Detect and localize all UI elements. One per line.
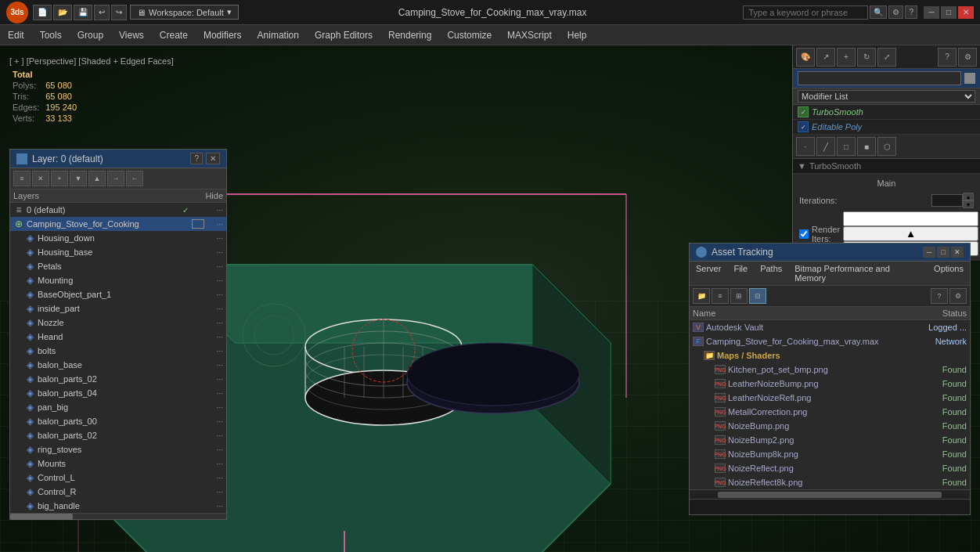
layer-item[interactable]: ◈ Housing_base ···	[10, 245, 226, 259]
layers-horizontal-scrollbar[interactable]	[10, 513, 226, 519]
asset-list-item[interactable]: V Autodesk Vault Logged ...	[690, 320, 970, 334]
layers-toolbar-add[interactable]: +	[51, 171, 68, 186]
asset-list-item[interactable]: PNG NoizeBump.png Found	[690, 419, 970, 433]
iterations-input[interactable]: 1	[931, 194, 963, 207]
layer-item[interactable]: ◈ bolts ···	[10, 344, 226, 358]
asset-folder-view-btn[interactable]: 📁	[693, 288, 710, 304]
asset-maximize-btn[interactable]: □	[937, 247, 949, 258]
layer-item[interactable]: ◈ ring_stoves ···	[10, 442, 226, 456]
new-btn[interactable]: 📄	[33, 5, 52, 20]
asset-list[interactable]: V Autodesk Vault Logged ... F Camping_St…	[690, 320, 970, 489]
layer-item[interactable]: ◈ Control_R ···	[10, 485, 226, 499]
search-input[interactable]	[743, 5, 868, 20]
layer-item[interactable]: ◈ big_handle ···	[10, 499, 226, 513]
asset-list-item[interactable]: PNG NoizeReflect.png Found	[690, 461, 970, 475]
asset-list-item[interactable]: PNG NoizeBump8k.png Found	[690, 447, 970, 461]
asset-list-view-btn[interactable]: ≡	[712, 288, 729, 304]
layer-item[interactable]: ◈ BaseObject_part_1 ···	[10, 287, 226, 301]
layer-item[interactable]: ◈ Nozzle ···	[10, 316, 226, 330]
layers-toolbar-delete[interactable]: ✕	[32, 171, 49, 186]
asset-menu-item-server[interactable]: Server	[690, 262, 727, 285]
layers-help-button[interactable]: ?	[190, 153, 203, 164]
asset-list-item[interactable]: PNG NoizeReflect8k.png Found	[690, 475, 970, 489]
asset-list-item[interactable]: F Camping_Stove_for_Cooking_max_vray.max…	[690, 334, 970, 348]
asset-list-item[interactable]: 📁 Maps / Shaders	[690, 348, 970, 363]
mod-help-btn[interactable]: ?	[938, 48, 957, 67]
asset-list-item[interactable]: PNG LeatherNoizeRefl.png Found	[690, 391, 970, 405]
menubar-item-modifiers[interactable]: Modifiers	[196, 27, 250, 44]
layer-item[interactable]: ≡ 0 (default) ✓ ···	[10, 203, 226, 217]
render-iters-checkbox[interactable]	[799, 229, 809, 239]
layer-item[interactable]: ◈ pan_big ···	[10, 400, 226, 414]
iterations-down[interactable]: ▼	[963, 200, 974, 208]
layer-item[interactable]: ◈ balon_parts_02 ···	[10, 428, 226, 442]
layer-item[interactable]: ◈ balon_parts_04 ···	[10, 386, 226, 400]
turbosmooth-section-header[interactable]: ▼ TurboSmooth	[793, 159, 980, 174]
layers-toolbar-left[interactable]: ←	[126, 171, 143, 186]
help-btn[interactable]: ?	[905, 5, 917, 19]
asset-menu-item-paths[interactable]: Paths	[754, 262, 788, 285]
object-name-input[interactable]: Big_Pot_Base	[798, 71, 961, 85]
render-iters-input[interactable]: 1	[843, 211, 978, 226]
menubar-item-customize[interactable]: Customize	[439, 27, 499, 44]
layers-scrollbar-thumb[interactable]	[10, 514, 73, 520]
sub-border-btn[interactable]: □	[837, 137, 856, 156]
render-iters-up[interactable]: ▲	[843, 226, 978, 241]
minimize-button[interactable]: ─	[924, 6, 939, 19]
layer-item[interactable]: ◈ Control_L ···	[10, 471, 226, 485]
sub-vertex-btn[interactable]: ·	[796, 137, 815, 156]
mod-rotate-btn[interactable]: ↻	[857, 48, 876, 67]
layers-toolbar-right[interactable]: →	[107, 171, 124, 186]
menubar-item-rendering[interactable]: Rendering	[380, 27, 439, 44]
asset-settings-btn[interactable]: ⚙	[949, 288, 967, 304]
mod-paint-btn[interactable]: 🎨	[796, 48, 815, 67]
asset-detail-view-btn[interactable]: ⊞	[730, 288, 748, 304]
menubar-item-group[interactable]: Group	[70, 27, 111, 44]
asset-help-btn[interactable]: ?	[931, 288, 948, 304]
mod-scale-btn[interactable]: ⤢	[877, 48, 896, 67]
asset-list-item[interactable]: PNG LeatherNoizeBump.png Found	[690, 377, 970, 391]
asset-close-btn[interactable]: ✕	[951, 247, 964, 258]
asset-scrollbar-area[interactable]	[690, 489, 970, 499]
asset-minimize-btn[interactable]: ─	[923, 247, 935, 258]
layer-item[interactable]: ◈ Heand ···	[10, 330, 226, 344]
layer-item[interactable]: ⊕ Camping_Stove_for_Cooking ···	[10, 217, 226, 231]
menubar-item-help[interactable]: Help	[560, 27, 595, 44]
settings-btn[interactable]: ⚙	[888, 5, 903, 19]
modifier-list-select[interactable]: Modifier List	[798, 90, 975, 103]
menubar-item-graph-editors[interactable]: Graph Editors	[307, 27, 380, 44]
layer-item[interactable]: ◈ balon_base ···	[10, 358, 226, 372]
layers-list[interactable]: ≡ 0 (default) ✓ ··· ⊕ Camping_Stove_for_…	[10, 203, 226, 513]
close-button[interactable]: ✕	[958, 6, 974, 19]
menubar-item-views[interactable]: Views	[111, 27, 152, 44]
redo-btn[interactable]: ↪	[111, 5, 127, 20]
menubar-item-maxscript[interactable]: MAXScript	[499, 27, 560, 44]
sub-element-btn[interactable]: ⬡	[877, 137, 896, 156]
layers-toolbar-up[interactable]: ▲	[88, 171, 106, 186]
layer-item[interactable]: ◈ Petals ···	[10, 259, 226, 273]
object-color-box[interactable]	[964, 73, 975, 84]
menubar-item-create[interactable]: Create	[152, 27, 196, 44]
maximize-button[interactable]: □	[941, 6, 957, 19]
asset-list-item[interactable]: PNG NoizeBump2.png Found	[690, 433, 970, 447]
workspace-selector[interactable]: 🖥 Workspace: Default ▾	[130, 5, 239, 20]
asset-menu-item-file[interactable]: File	[727, 262, 754, 285]
asset-list-item[interactable]: PNG MetallCorrection.png Found	[690, 405, 970, 419]
asset-menu-item-options[interactable]: Options	[928, 262, 970, 285]
asset-grid-view-btn[interactable]: ⊟	[749, 288, 766, 304]
turbosmooth-modifier[interactable]: ✓ TurboSmooth	[793, 105, 980, 120]
layers-close-button[interactable]: ✕	[206, 153, 220, 164]
iterations-up[interactable]: ▲	[963, 193, 974, 200]
mod-select-btn[interactable]: ↗	[816, 48, 835, 67]
layer-item[interactable]: ◈ balon_parts_02 ···	[10, 372, 226, 386]
mod-move-btn[interactable]: +	[837, 48, 856, 67]
asset-menu-item-bitmap-performance-and-memory[interactable]: Bitmap Performance and Memory	[788, 262, 928, 285]
editable-poly-modifier[interactable]: ✓ Editable Poly	[793, 120, 980, 135]
layer-item[interactable]: ◈ inside_part ···	[10, 301, 226, 316]
modifier-list-dropdown[interactable]: Modifier List	[793, 88, 980, 105]
layer-item[interactable]: ◈ balon_parts_00 ···	[10, 414, 226, 428]
asset-list-item[interactable]: PNG Kitchen_pot_set_bmp.png Found	[690, 363, 970, 377]
search-btn[interactable]: 🔍	[870, 5, 887, 19]
save-btn[interactable]: 💾	[74, 5, 92, 20]
undo-btn[interactable]: ↩	[94, 5, 110, 20]
